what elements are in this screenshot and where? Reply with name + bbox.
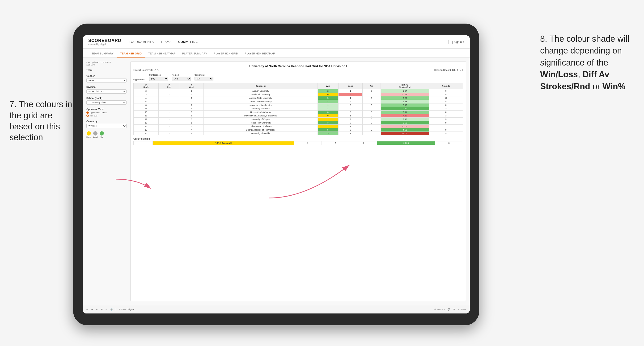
annotation-left: 7. The colours in the grid are based on … xyxy=(10,99,76,143)
division-record: Division Record: 88 - 17 - 0 xyxy=(434,69,463,71)
table-row: 8 - 2 University of Washington 1 0 0 3.6… xyxy=(134,103,463,107)
table-row: 4 - 1 Arizona State University 5 1 0 2.2… xyxy=(134,96,463,100)
radio-top-100[interactable]: Top 100 xyxy=(86,115,126,117)
legend-dot-down xyxy=(87,131,91,136)
sidebar-opponent-view-section: Opponent View Opponents Played Top 100 xyxy=(86,108,126,117)
col-opponent: Opponent xyxy=(204,83,318,89)
sidebar-division-section: Division NCAA Division I xyxy=(86,86,126,94)
table-row: 12 - 3 University of Virginia 1 2 0 2.33… xyxy=(134,118,463,121)
filter-conference: Conference (All) xyxy=(149,74,168,81)
nav-item-tournaments[interactable]: TOURNAMENTS xyxy=(129,40,154,44)
top-nav: SCOREBOARD Powered by clippd TOURNAMENTS… xyxy=(82,35,470,48)
col-reg: #Reg xyxy=(158,83,180,89)
table-row: 13 - 1 Texas Tech University 3 0 0 5.56 … xyxy=(134,121,463,125)
col-diff: Diff AvStrokes/Rnd xyxy=(380,83,429,89)
radio-opponents-played[interactable]: Opponents Played xyxy=(86,112,126,114)
tab-player-summary[interactable]: PLAYER SUMMARY xyxy=(179,50,210,57)
division-label: Division xyxy=(86,86,126,88)
logo-sub: Powered by clippd xyxy=(88,43,121,45)
main-content: Last Updated: 27/03/2024 16:55:38 Team G… xyxy=(82,57,470,305)
nav-item-teams[interactable]: TEAMS xyxy=(160,40,172,44)
col-tie: Tie xyxy=(362,83,380,89)
view-icon: ⊟ xyxy=(119,308,121,311)
opponent-select[interactable]: (All) xyxy=(194,77,214,81)
col-rank: #Rank xyxy=(134,83,159,89)
legend-level: Level xyxy=(93,131,98,138)
nav-item-committee[interactable]: COMMITTEE xyxy=(178,40,198,44)
out-of-division-table: NCAA Division II 1 0 0 26.00 3 xyxy=(134,141,463,145)
filter-opponents: Opponents: xyxy=(134,78,146,81)
colour-by-label: Colour by xyxy=(86,120,126,123)
page-wrapper: 7. The colours in the grid are based on … xyxy=(0,0,644,346)
col-conf: #Conf xyxy=(180,83,204,89)
radio-dot-filled xyxy=(86,112,89,114)
legend-up: Up xyxy=(100,131,104,138)
legend-down: Down xyxy=(86,131,91,138)
table-row: 6 - 2 Florida State University 4 2 0 1.8… xyxy=(134,100,463,103)
table-row: 9 - 1 University of Arizona 1 0 0 9.00 2 xyxy=(134,107,463,111)
filter-region: Region (All) xyxy=(172,74,191,81)
tab-team-h2h-heatmap[interactable]: TEAM H2H HEATMAP xyxy=(145,50,179,57)
gender-label: Gender xyxy=(86,75,126,77)
sidebar-team-section: Team xyxy=(86,69,126,71)
share-button[interactable]: ↗ Share xyxy=(458,308,466,311)
school-select[interactable]: 1. University of Nort... xyxy=(86,100,126,105)
out-of-division-label: Out of division xyxy=(134,138,463,140)
grid-title: University of North Carolina Head-to-Hea… xyxy=(134,64,463,68)
overall-record: Overall Record: 89 - 17 - 0 xyxy=(134,69,161,71)
sidebar-colour-by-section: Colour by Win/loss xyxy=(86,120,126,128)
tab-team-h2h-grid[interactable]: TEAM H2H GRID xyxy=(117,50,145,57)
back-button[interactable]: ← xyxy=(96,308,98,311)
conference-select[interactable]: (All) xyxy=(149,77,168,81)
out-of-division-row: NCAA Division II 1 0 0 26.00 3 xyxy=(134,141,463,145)
annotation-right: 8. The colour shade will change dependin… xyxy=(540,33,630,92)
copy-button[interactable]: ⊞ xyxy=(101,308,103,311)
clock-button[interactable]: 🕐 xyxy=(110,308,113,311)
sign-out[interactable]: | Sign out xyxy=(448,40,464,44)
last-updated: Last Updated: 27/03/2024 16:55:38 xyxy=(86,61,126,66)
legend-dot-up xyxy=(100,131,104,136)
radio-group: Opponents Played Top 100 xyxy=(86,112,126,117)
sidebar-gender-section: Gender Men's xyxy=(86,75,126,82)
tab-team-summary[interactable]: TEAM SUMMARY xyxy=(88,50,117,57)
toolbar-separator xyxy=(116,308,116,311)
team-label: Team xyxy=(86,69,126,71)
sub-nav: TEAM SUMMARY TEAM H2H GRID TEAM H2H HEAT… xyxy=(82,48,470,57)
table-row: 11 - 6 University of Arkansas, Fayettevi… xyxy=(134,114,463,118)
bottom-toolbar: ↩ ↪ ← ⊞ ··· 🕐 ⊟ View: Original 👁 Watch ▾… xyxy=(82,305,470,314)
colour-by-select[interactable]: Win/loss xyxy=(86,124,126,128)
table-row: 3 - 2 Vanderbilt University 0 4 0 -2.29 … xyxy=(134,93,463,96)
table-row: 10 - 5 University of Alabama 3 0 0 2.61 … xyxy=(134,111,463,114)
sidebar: Last Updated: 27/03/2024 16:55:38 Team G… xyxy=(86,61,126,301)
school-label: School (Rank) xyxy=(86,97,126,99)
more-button[interactable]: ··· xyxy=(106,308,108,311)
grid-records: Overall Record: 89 - 17 - 0 Division Rec… xyxy=(134,69,463,71)
nav-items: TOURNAMENTS TEAMS COMMITTEE xyxy=(129,40,448,44)
undo-button[interactable]: ↩ xyxy=(86,308,88,311)
tablet-frame: SCOREBOARD Powered by clippd TOURNAMENTS… xyxy=(73,23,479,325)
present-button[interactable]: ⊡ xyxy=(453,308,455,311)
data-table: #Rank #Reg #Conf Opponent Win Loss Tie D… xyxy=(134,83,463,135)
logo-text: SCOREBOARD xyxy=(88,38,121,43)
col-loss: Loss xyxy=(338,83,362,89)
col-rounds: Rounds xyxy=(429,83,463,89)
watch-button[interactable]: 👁 Watch ▾ xyxy=(434,308,445,311)
tablet-screen: SCOREBOARD Powered by clippd TOURNAMENTS… xyxy=(82,35,470,314)
view-original-button[interactable]: ⊟ View: Original xyxy=(119,308,134,311)
filters-row: Opponents: Conference (All) Region (All) xyxy=(134,74,463,81)
redo-button[interactable]: ↪ xyxy=(91,308,93,311)
table-row: 2 - 1 Auburn University 2 1 0 1.67 9 xyxy=(134,89,463,93)
legend-row: Down Level Up xyxy=(86,131,126,138)
region-select[interactable]: (All) xyxy=(172,77,191,81)
col-win: Win xyxy=(318,83,338,89)
filter-opponent: Opponent (All) xyxy=(194,74,214,81)
comment-button[interactable]: 💬 xyxy=(448,308,450,311)
gender-select[interactable]: Men's xyxy=(86,78,126,82)
sidebar-school-section: School (Rank) 1. University of Nort... xyxy=(86,97,126,105)
division-select[interactable]: NCAA Division I xyxy=(86,89,126,94)
logo-area: SCOREBOARD Powered by clippd xyxy=(88,38,121,45)
opponent-view-label: Opponent View xyxy=(86,108,126,111)
legend-dot-level xyxy=(93,131,98,136)
tab-player-h2h-heatmap[interactable]: PLAYER H2H HEATMAP xyxy=(241,50,278,57)
tab-player-h2h-grid[interactable]: PLAYER H2H GRID xyxy=(210,50,242,57)
